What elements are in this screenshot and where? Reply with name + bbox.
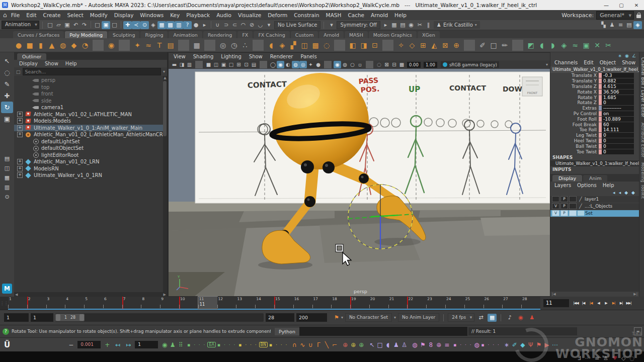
shelf-icon[interactable]: ⊠ [440,40,451,51]
shelf-icon[interactable]: ✦ [132,40,143,51]
timeline-frame[interactable]: 4 4 [65,297,84,309]
toolbar-icon[interactable]: ◉ [160,340,169,349]
viewport-toolbar-icon[interactable]: ▤ [250,61,258,68]
menu-item[interactable]: Cache [348,12,364,18]
viewport-toolbar-icon[interactable]: ◍ [341,61,349,68]
layout-split[interactable]: ▥ [1,183,13,192]
sidebar-toggle-icon[interactable]: ▚ [599,21,608,29]
sidebar-toggle-icon[interactable]: ◈ [633,21,642,29]
timeline-frame[interactable]: 28 28 [521,297,540,309]
status-icon[interactable]: ⊙ [140,21,149,29]
timeline-frame[interactable]: 15 15 [274,297,293,309]
footer-icon[interactable]: ≡ [595,355,599,361]
channel-value[interactable]: ----------- [602,106,634,111]
shelf-icon[interactable]: ▮ [35,40,46,51]
menu-item[interactable]: File [11,12,20,18]
status-icon[interactable]: ● [192,21,200,29]
viewport-toolbar-icon[interactable] [195,61,203,68]
viewport-menu-item[interactable]: Lighting [221,54,241,59]
channel-value[interactable]: 0 [602,149,634,154]
status-icon[interactable]: ≺ [132,21,140,29]
caret-icon[interactable]: ▾ [327,21,336,29]
shelf-icon[interactable]: ▤ [165,40,176,51]
timeline-frame[interactable]: 13 13 [236,297,255,309]
channel-box-menu-item[interactable]: Show [622,60,635,65]
shelf-icon[interactable]: ◧ [347,40,358,51]
shelf-icon[interactable]: ∴ [239,40,251,51]
scale-tool[interactable]: ▣ [1,113,13,125]
channel-row[interactable]: Foot Roll -10.889 [550,116,639,122]
shelf-icon[interactable]: ▞ [288,40,299,51]
viewport-toolbar-icon[interactable]: ⊡ [243,61,250,68]
channel-value[interactable]: on [602,111,634,116]
display-icon[interactable]: ⊕ [435,340,443,349]
exposure-field[interactable]: 0.00 [407,62,421,68]
status-icon[interactable]: ▸ [200,21,209,29]
menu-item[interactable]: Select [67,12,83,18]
viewport-menu-item[interactable]: Show [249,54,263,59]
shelf-icon[interactable]: ◈ [558,40,570,51]
outliner-item[interactable]: side [14,98,163,105]
shelf-icon[interactable]: ▣ [581,40,592,51]
layout-single[interactable]: ▤ [1,154,13,163]
shelf-icon[interactable]: ▩ [310,40,321,51]
menu-item[interactable]: Visualize [238,12,261,18]
expand-icon[interactable]: + [17,125,23,131]
current-frame-field[interactable]: 11 [543,299,569,307]
shelf-icon[interactable]: ◫ [299,40,310,51]
timeline-frame[interactable]: 19 19 [350,297,369,309]
viewport-toolbar-icon[interactable]: ▩ [398,61,406,68]
viewport-menu-item[interactable]: Panels [300,54,316,59]
highlighted-icon[interactable]: ◍ [474,340,480,349]
status-icon[interactable]: ↷ [80,21,89,29]
outliner-item[interactable]: defaultObjectSet [14,145,163,152]
shelf-icon[interactable]: T [154,40,165,51]
status-icon[interactable]: ✚ [123,21,132,29]
timeline-frame[interactable]: 1 1 [8,297,27,309]
layer-playback-toggle[interactable]: P [560,203,568,209]
status-icon[interactable]: ‖ [424,21,433,29]
layer-editor-menu-item[interactable]: Options [577,183,597,188]
channel-value[interactable]: 14.111 [602,127,634,132]
channel-row[interactable]: Translate Y 0.882 [550,78,639,84]
status-icon[interactable]: ∪ [213,21,222,29]
viewport-toolbar-icon[interactable] [324,61,332,68]
select-by-name-icon[interactable]: □ [16,69,21,74]
chevron-down-icon[interactable]: ▾ [546,62,548,67]
outliner-hscrollbar[interactable]: ◀▶ [14,292,167,297]
shelf-icon[interactable]: ✏ [499,40,510,51]
display-icon[interactable]: ◍ [411,340,419,349]
outliner-item[interactable]: + ModelsRN [14,165,163,172]
outliner-item[interactable]: + Ultimate_Walker_v1_0_1:AniM_walker_Mai… [14,125,163,132]
layer-playback-toggle[interactable]: P [560,210,568,216]
selected-node-name[interactable]: Ultimate_Walker_v1_0_1:walker_lf_heel_ik… [550,66,639,73]
channel-box-corner-icon[interactable]: ∠ [632,53,636,58]
timeline-frame[interactable]: 6 6 [103,297,122,309]
status-icon[interactable]: □ [46,21,54,29]
tab-channel-box[interactable]: Channel Box / Layer Editor [640,57,644,118]
outliner-item[interactable]: + Athletic_Man_v01_02_L:AthleticMan_Athl… [14,131,163,138]
playback-button[interactable]: ▶| [610,301,617,305]
key-icon[interactable]: ⊕ [341,340,349,349]
range-slider-widget[interactable]: 1 28 [55,314,85,321]
timeline-frame[interactable]: 16 16 [293,297,312,309]
outliner-scrollbar[interactable]: ▲ [163,76,167,292]
timeline-frame[interactable]: 7 7 [122,297,141,309]
anim-start-field[interactable]: 1 [4,313,29,322]
shelf-tab[interactable]: Poly Modeling [65,31,107,38]
footer-icon[interactable]: ◌ [629,355,634,361]
status-icon[interactable]: ◉ [407,21,416,29]
viewport-toolbar-icon[interactable]: ◨ [178,61,186,68]
menu-item[interactable]: Audio [216,12,231,18]
record-icon[interactable]: ◉ [516,314,525,322]
shelf-icon[interactable]: ◖ [266,40,277,51]
viewport-toolbar-icon[interactable]: □ [227,61,235,68]
outliner-item[interactable]: defaultLightSet [14,138,163,145]
lasso-tool[interactable]: ◌ [1,67,13,78]
timeline-frame[interactable]: 18 18 [331,297,350,309]
shelf-icon[interactable]: ✐ [477,40,488,51]
timeline-frame[interactable]: 21 21 [388,297,408,309]
timeline-frame[interactable]: 11 11 [198,297,217,309]
layer-editor-tab[interactable]: Anim [583,175,607,182]
expand-icon[interactable]: + [17,112,23,117]
